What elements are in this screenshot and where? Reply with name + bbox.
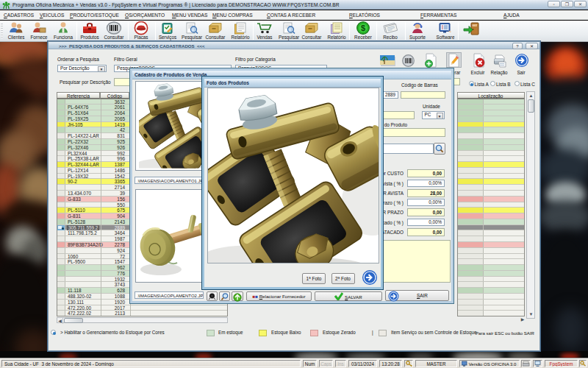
- svg-text:$: $: [361, 24, 365, 32]
- svg-text:EXIT: EXIT: [473, 24, 478, 27]
